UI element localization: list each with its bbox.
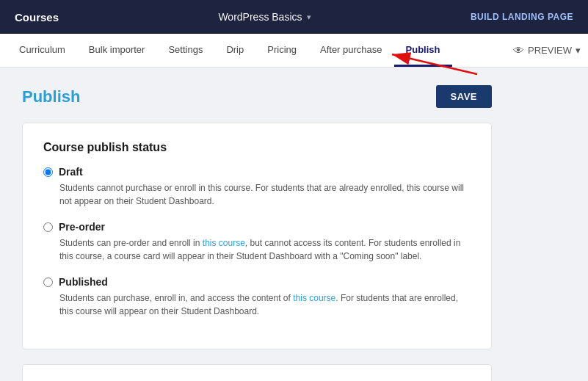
- preorder-label-text: Pre-order: [59, 221, 105, 233]
- page-content: Publish SAVE Course publish status Draft…: [0, 68, 514, 381]
- draft-label-text: Draft: [59, 166, 83, 178]
- tab-publish[interactable]: Publish: [394, 34, 452, 67]
- top-bar: Courses WordPress Basics ▾ BUILD LANDING…: [0, 0, 588, 34]
- tab-after-purchase[interactable]: After purchase: [308, 34, 394, 67]
- published-course-link[interactable]: this course: [293, 293, 335, 303]
- tab-settings[interactable]: Settings: [156, 34, 214, 67]
- radio-option-preorder: Pre-order Students can pre-order and enr…: [43, 221, 471, 263]
- course-status-card: Course publish status Draft Students can…: [22, 123, 492, 349]
- preorder-label[interactable]: Pre-order: [43, 221, 471, 233]
- build-landing-button[interactable]: BUILD LANDING PAGE: [471, 12, 573, 22]
- course-status-title: Course publish status: [43, 141, 471, 154]
- published-description: Students can purchase, enroll in, and ac…: [59, 291, 471, 318]
- draft-label[interactable]: Draft: [43, 166, 471, 178]
- courses-label[interactable]: Courses: [15, 11, 59, 23]
- tab-drip[interactable]: Drip: [214, 34, 255, 67]
- course-name-area: WordPress Basics ▾: [218, 11, 311, 23]
- radio-option-draft: Draft Students cannot purchase or enroll…: [43, 166, 471, 208]
- tab-navigation: Curriculum Bulk importer Settings Drip P…: [0, 34, 588, 68]
- draft-radio[interactable]: [43, 167, 53, 177]
- preview-label: PREVIEW: [528, 45, 572, 56]
- course-name: WordPress Basics: [218, 11, 302, 23]
- page-title: Publish: [22, 87, 80, 106]
- published-label-text: Published: [59, 276, 108, 288]
- radio-option-published: Published Students can purchase, enroll …: [43, 276, 471, 318]
- tab-pricing[interactable]: Pricing: [255, 34, 308, 67]
- dropdown-arrow-icon[interactable]: ▾: [307, 12, 311, 22]
- preorder-course-link[interactable]: this course: [203, 238, 245, 248]
- page-header: Publish SAVE: [22, 85, 492, 108]
- eye-icon: 👁: [513, 44, 524, 57]
- published-label[interactable]: Published: [43, 276, 471, 288]
- tab-curriculum[interactable]: Curriculum: [7, 34, 77, 67]
- tab-bulk-importer[interactable]: Bulk importer: [77, 34, 157, 67]
- save-button[interactable]: SAVE: [436, 85, 492, 108]
- anticipating-card: Anticipating a large number of sign-ups …: [22, 364, 492, 381]
- published-radio[interactable]: [43, 277, 53, 287]
- preview-dropdown-icon: ▾: [576, 45, 581, 56]
- preorder-radio[interactable]: [43, 222, 53, 232]
- tab-list: Curriculum Bulk importer Settings Drip P…: [7, 34, 452, 67]
- draft-description: Students cannot purchase or enroll in th…: [59, 181, 471, 208]
- preview-button[interactable]: 👁 PREVIEW ▾: [513, 44, 581, 57]
- preorder-description: Students can pre-order and enroll in thi…: [59, 236, 471, 263]
